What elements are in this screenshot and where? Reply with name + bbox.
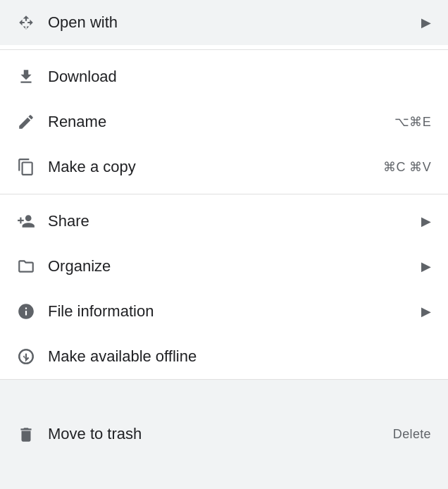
share-chevron: ▶ [421, 213, 431, 229]
make-a-copy-shortcut: ⌘C ⌘V [383, 159, 431, 175]
copy-icon [17, 158, 48, 176]
organize-chevron: ▶ [421, 259, 431, 274]
move-to-trash-label: Move to trash [48, 425, 393, 443]
rename-icon [17, 113, 48, 131]
rename-label: Rename [48, 113, 394, 131]
download-label: Download [48, 68, 431, 86]
offline-icon [17, 347, 48, 366]
menu-item-move-to-trash[interactable]: Move to trash Delete [0, 380, 448, 489]
menu-item-make-a-copy[interactable]: Make a copy ⌘C ⌘V [0, 144, 448, 190]
make-a-copy-label: Make a copy [48, 158, 383, 176]
download-icon [17, 68, 48, 86]
menu-item-rename[interactable]: Rename ⌥⌘E [0, 99, 448, 144]
divider-1 [0, 49, 448, 50]
share-icon [17, 212, 48, 230]
file-information-label: File information [48, 302, 421, 321]
menu-item-open-with[interactable]: Open with ▶ [0, 0, 448, 45]
info-icon [17, 302, 48, 321]
divider-2 [0, 194, 448, 194]
menu-item-share[interactable]: Share ▶ [0, 199, 448, 244]
organize-label: Organize [48, 257, 421, 276]
menu-item-organize[interactable]: Organize ▶ [0, 244, 448, 289]
make-available-offline-label: Make available offline [48, 347, 431, 366]
open-with-chevron: ▶ [421, 15, 431, 30]
context-menu: Open with ▶ Download Rename ⌥⌘E Make a c… [0, 0, 448, 489]
open-with-icon [17, 13, 48, 32]
trash-icon [17, 426, 48, 444]
menu-item-download[interactable]: Download [0, 54, 448, 99]
share-label: Share [48, 212, 421, 230]
menu-item-file-information[interactable]: File information ▶ [0, 289, 448, 334]
file-information-chevron: ▶ [421, 304, 431, 319]
move-to-trash-shortcut: Delete [393, 427, 431, 442]
open-with-label: Open with [48, 13, 421, 32]
menu-item-make-available-offline[interactable]: Make available offline [0, 334, 448, 379]
organize-icon [17, 257, 48, 276]
rename-shortcut: ⌥⌘E [394, 114, 431, 130]
